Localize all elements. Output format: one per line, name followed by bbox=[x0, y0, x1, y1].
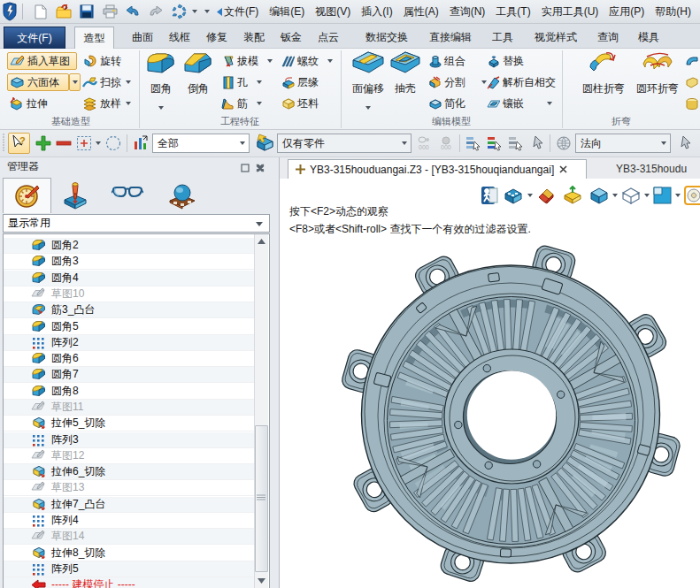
svg-text:000: 000 bbox=[419, 144, 429, 150]
svg-text:?: ? bbox=[19, 135, 26, 146]
svg-text:000: 000 bbox=[441, 144, 451, 150]
